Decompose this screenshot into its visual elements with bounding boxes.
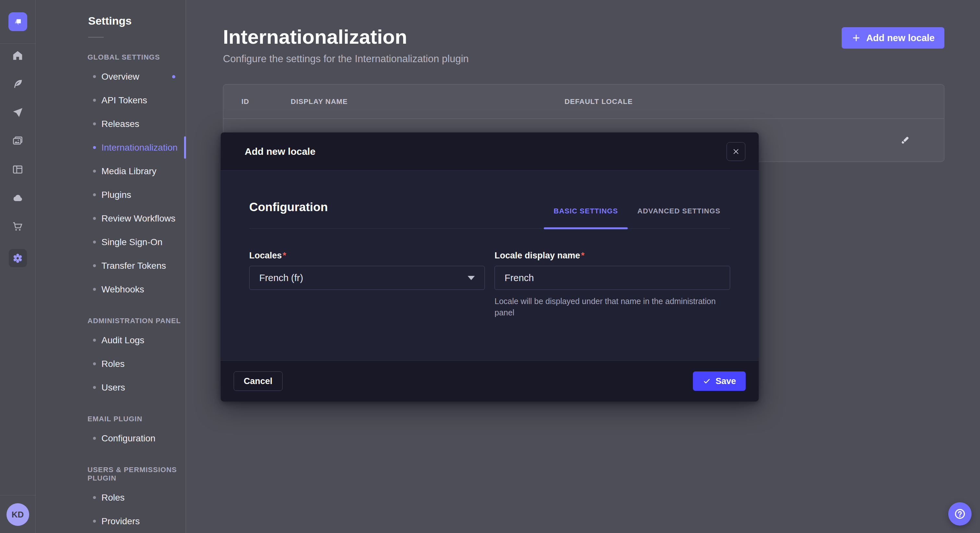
configuration-title: Configuration <box>249 200 328 228</box>
settings-tabs: BASIC SETTINGS ADVANCED SETTINGS <box>544 207 730 228</box>
locales-select[interactable]: French (fr) <box>249 266 485 290</box>
cancel-button[interactable]: Cancel <box>234 371 283 391</box>
sidebar-item-internationalization[interactable]: Internationalization <box>36 136 186 159</box>
logo-container <box>0 0 35 44</box>
sidebar-item-media-library[interactable]: Media Library <box>36 159 186 183</box>
icon-rail: KD <box>0 0 36 533</box>
sidebar-item-email-configuration[interactable]: Configuration <box>36 427 186 450</box>
sidebar-item-label: Audit Logs <box>102 335 144 346</box>
rail-nav <box>9 44 27 267</box>
sidebar-item-label: Releases <box>102 119 139 129</box>
notification-dot <box>172 75 175 78</box>
sidebar-item-admin-roles[interactable]: Roles <box>36 352 186 376</box>
bullet-icon <box>93 170 96 173</box>
page-header-text: Internationalization Configure the setti… <box>223 27 469 65</box>
form-fields-row: Locales* French (fr) Locale display name… <box>249 251 730 318</box>
sidebar-item-label: Review Workflows <box>102 213 175 224</box>
section-label-global-settings: GLOBAL SETTINGS <box>88 53 186 62</box>
sidebar-item-label: Providers <box>102 516 140 527</box>
modal-close-button[interactable] <box>727 142 745 161</box>
sidebar-item-label: Roles <box>102 493 125 503</box>
sidebar-title-divider <box>88 37 104 38</box>
check-icon <box>703 377 711 385</box>
pencil-icon <box>899 134 911 146</box>
bullet-icon <box>93 288 96 291</box>
close-icon <box>732 148 740 155</box>
modal-footer: Cancel Save <box>221 360 759 401</box>
display-name-hint: Locale will be displayed under that name… <box>495 296 725 318</box>
page-header: Internationalization Configure the setti… <box>223 27 944 65</box>
sidebar-item-transfer-tokens[interactable]: Transfer Tokens <box>36 254 186 278</box>
table-header-row: ID DISPLAY NAME DEFAULT LOCALE <box>223 84 944 119</box>
required-asterisk: * <box>283 251 286 260</box>
sidebar-item-plugins[interactable]: Plugins <box>36 183 186 206</box>
sidebar-item-up-roles[interactable]: Roles <box>36 486 186 509</box>
sidebar-item-webhooks[interactable]: Webhooks <box>36 278 186 301</box>
sidebar-item-single-sign-on[interactable]: Single Sign-On <box>36 230 186 254</box>
bullet-icon <box>93 520 96 523</box>
feather-icon[interactable] <box>9 78 27 90</box>
send-icon[interactable] <box>9 106 27 118</box>
rail-footer: KD <box>0 495 35 533</box>
help-button[interactable] <box>948 502 972 525</box>
display-name-label: Locale display name* <box>495 251 730 261</box>
display-name-input[interactable] <box>495 266 730 290</box>
sidebar-item-audit-logs[interactable]: Audit Logs <box>36 328 186 352</box>
bullet-icon <box>93 99 96 102</box>
question-icon <box>953 508 966 520</box>
sidebar-title: Settings <box>88 14 186 27</box>
bullet-icon <box>93 496 96 499</box>
chevron-down-icon <box>468 276 475 280</box>
bullet-icon <box>93 146 96 149</box>
bullet-icon <box>93 75 96 78</box>
sidebar-item-label: API Tokens <box>102 95 147 106</box>
add-button-label: Add new locale <box>866 33 935 43</box>
cart-icon[interactable] <box>9 220 27 232</box>
media-library-icon[interactable] <box>9 135 27 147</box>
sidebar-item-providers[interactable]: Providers <box>36 509 186 533</box>
sidebar-item-review-workflows[interactable]: Review Workflows <box>36 206 186 230</box>
sidebar-item-label: Configuration <box>102 433 156 444</box>
sidebar-item-api-tokens[interactable]: API Tokens <box>36 89 186 112</box>
bullet-icon <box>93 122 96 125</box>
locales-label: Locales* <box>249 251 485 261</box>
edit-locale-button[interactable] <box>897 132 913 148</box>
bullet-icon <box>93 194 96 196</box>
locales-field: Locales* French (fr) <box>249 251 485 318</box>
tab-basic-settings[interactable]: BASIC SETTINGS <box>544 207 628 228</box>
cloud-icon[interactable] <box>9 192 27 204</box>
sidebar-item-label: Overview <box>102 71 139 82</box>
modal-body: Configuration BASIC SETTINGS ADVANCED SE… <box>221 171 759 360</box>
layout-icon[interactable] <box>9 163 27 175</box>
modal-title: Add new locale <box>245 146 315 157</box>
settings-gear-icon[interactable] <box>9 249 27 267</box>
user-avatar[interactable]: KD <box>6 503 29 526</box>
sidebar-item-overview[interactable]: Overview <box>36 65 186 89</box>
add-new-locale-button[interactable]: Add new locale <box>842 27 944 49</box>
modal-header: Add new locale <box>221 132 759 171</box>
bullet-icon <box>93 217 96 220</box>
save-button[interactable]: Save <box>693 371 746 391</box>
display-name-label-text: Locale display name <box>495 251 580 260</box>
sidebar-item-releases[interactable]: Releases <box>36 112 186 136</box>
locales-label-text: Locales <box>249 251 282 260</box>
tab-advanced-settings[interactable]: ADVANCED SETTINGS <box>628 207 730 228</box>
sidebar-item-label: Single Sign-On <box>102 237 162 247</box>
sidebar-item-users[interactable]: Users <box>36 376 186 399</box>
bullet-icon <box>93 362 96 365</box>
bullet-icon <box>93 386 96 389</box>
settings-sidebar: Settings GLOBAL SETTINGS Overview API To… <box>36 0 186 533</box>
sidebar-item-label: Webhooks <box>102 284 144 295</box>
sidebar-item-label: Plugins <box>102 190 131 200</box>
section-label-users-permissions-plugin: USERS & PERMISSIONS PLUGIN <box>88 466 186 482</box>
column-header-display-name: DISPLAY NAME <box>291 97 565 106</box>
configuration-header-row: Configuration BASIC SETTINGS ADVANCED SE… <box>249 171 730 228</box>
bullet-icon <box>93 241 96 244</box>
plus-icon <box>851 33 861 43</box>
sidebar-item-label: Internationalization <box>102 143 178 153</box>
sidebar-item-label: Transfer Tokens <box>102 261 166 271</box>
strapi-logo[interactable] <box>8 12 27 31</box>
column-header-id: ID <box>242 97 291 106</box>
home-icon[interactable] <box>9 49 27 61</box>
add-locale-modal: Add new locale Configuration BASIC SETTI… <box>221 132 759 401</box>
